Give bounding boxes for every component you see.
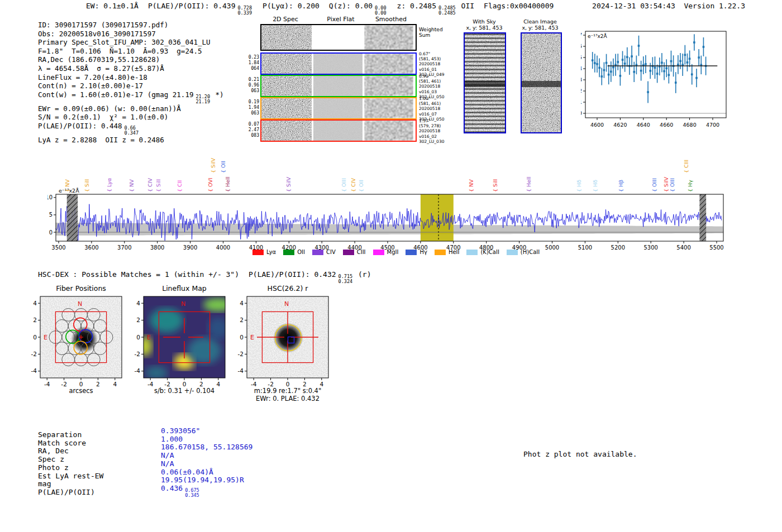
y-tick-label: 5 — [49, 212, 53, 218]
y-tick-label: -2 — [238, 351, 244, 357]
x-tick-label: 5000 — [545, 245, 559, 251]
match-row-value: 0.4360.6750.345 — [161, 485, 262, 498]
x-tick-label: 4 — [113, 381, 117, 387]
fiber-row-left-labels: 0.231.84064 — [247, 55, 259, 71]
data-point — [608, 74, 610, 76]
y-tick-label: 0 — [33, 334, 37, 341]
cutout-caption: EWr: 0. PLAE: 0.432 — [256, 395, 320, 402]
legend-swatch — [507, 250, 518, 255]
hsc-header-stat: HSC-DEX : Possible Matches = 1 (within +… — [38, 270, 239, 279]
data-point — [598, 67, 600, 69]
fiber-metric: 0.19 — [247, 99, 259, 105]
x-tick-label: 4000 — [216, 245, 230, 251]
x-tick-label: 5500 — [709, 245, 723, 251]
legend-item: CIV — [312, 249, 336, 255]
emission-line-label: { SiII — [492, 179, 498, 192]
y-axis-label: e⁻¹⁷x2Å — [588, 33, 608, 39]
data-point — [605, 62, 608, 64]
full-spectrum-plot: 0510350036003700380039004000410042004300… — [47, 146, 735, 258]
hsc-header-stat: P(LAE)/P(OII): 0.4320.7150.324 (r) — [249, 270, 371, 279]
lineflux-blob — [145, 366, 168, 380]
emission-line-label: { OVI — [207, 178, 213, 192]
with-sky-title: With Skyx, y: 581, 453 — [461, 18, 507, 31]
x-tick-label: 4680 — [683, 122, 697, 128]
x-tick-label: 4 — [216, 381, 220, 387]
text-segment: F=1.8" T=0.106 N̄=1.10 Ā=0.93 g=24.5 — [38, 47, 202, 55]
with-sky-panel — [464, 32, 506, 133]
compass-north-label: N — [78, 300, 82, 308]
observation-info-block: ID: 3090171597 (3090171597.pdf)Obs: 2020… — [38, 21, 233, 145]
y-tick-label: 2 — [136, 317, 140, 323]
clean-image-title: Clean Imagex, y: 581, 453 — [517, 18, 563, 31]
fraction-bottom: 0.2485 — [438, 11, 456, 16]
stacked-fraction: 0.6750.345 — [185, 488, 199, 498]
spec2d-image-seg — [313, 121, 363, 141]
legend-item: (H)CaII — [507, 249, 540, 255]
data-point — [665, 67, 667, 69]
match-row-label: Photo z — [38, 464, 103, 472]
text-segment: EWr = 0.09(±0.06) (w: 0.00(±nan))Å — [38, 104, 181, 113]
data-point — [594, 62, 596, 64]
spec2d-image-seg — [261, 121, 312, 141]
fiber-row — [260, 52, 417, 75]
data-point — [647, 91, 649, 93]
compass-east-label: E — [44, 334, 47, 341]
fiber-row-left-labels: 0.072.47083 — [247, 122, 259, 138]
compass-east-label: E — [147, 334, 151, 341]
data-point — [592, 59, 594, 61]
info-line: P(LAE)/P(OII): 0.4480.660.347 — [38, 122, 233, 136]
emission-line-label: { Hδ — [576, 180, 582, 192]
text-segment: RA,Dec (186.670319,55.128628) — [38, 55, 160, 64]
emission-line-label: { Hδ — [592, 180, 598, 192]
stacked-fraction: 0.7280.339 — [237, 6, 252, 16]
fraction-bottom: 0.00 — [375, 11, 386, 16]
emission-line-label: { SiIV — [210, 157, 216, 173]
data-point — [617, 61, 619, 63]
stacked-fraction: 0.7150.324 — [338, 274, 353, 284]
info-line: Cont(n) = 2.10(±0.00)e-17 — [38, 82, 233, 90]
cutout-image — [139, 296, 232, 380]
spec2d-image-seg — [313, 76, 363, 96]
fiber-metric: 063 — [247, 88, 259, 94]
match-table-values: 0.393056"1.000186.670158, 55.128569N/AN/… — [161, 427, 262, 498]
fiber-id-line: 1.57" — [419, 118, 469, 123]
x-tick-label: 3600 — [84, 245, 98, 251]
info-line: RA,Dec (186.670319,55.128628) — [38, 55, 233, 64]
data-point — [695, 77, 698, 79]
emission-line-label: { OII — [220, 161, 226, 173]
y-tick-label: -2 — [31, 351, 37, 357]
spec2d-panel: 2D Spec Pixel Flat Smoothed Weighted Sum… — [248, 16, 483, 147]
legend-item: Lyα — [252, 249, 276, 255]
match-value-segment: 186.670158, 55.128569 — [161, 443, 252, 451]
y-tick-label: 1 — [581, 99, 582, 105]
emission-line-label: { OIII — [341, 178, 347, 192]
clean-darkline-overlay — [522, 81, 561, 87]
stacked-fraction: 0.24850.2485 — [438, 6, 456, 16]
info-line: Cont(w) = 1.60(±0.01)e-17 (gmag 21.1921.… — [38, 90, 233, 104]
data-point — [693, 41, 695, 44]
fiber-id-line: v016_07 — [419, 112, 469, 117]
match-row-label: Match score — [38, 439, 103, 448]
emission-line-label: { NV — [468, 179, 474, 192]
data-point — [640, 70, 642, 72]
data-point — [610, 71, 612, 73]
compass-north-label: N — [284, 300, 289, 308]
text-segment: P(LAE)/P(OII): 0.4480.660.347 — [38, 122, 140, 130]
data-point — [668, 74, 670, 76]
masked-band — [699, 194, 706, 241]
legend-label: MgII — [387, 249, 399, 255]
legend-label: Lyα — [266, 249, 276, 255]
fiber-metric: 0.96 — [247, 83, 259, 88]
spec2d-image-seg — [364, 98, 413, 118]
match-row-label: RA, Dec — [38, 447, 103, 456]
spec2d-image-seg — [364, 54, 413, 74]
emission-line-label: { CII — [177, 180, 183, 192]
match-row-label: Separation — [38, 431, 103, 439]
fiber-id-line: 302_LU_030 — [419, 139, 469, 144]
fiber-id-line: 0.90" — [419, 74, 469, 79]
y-tick-label: 7 — [581, 32, 582, 38]
text-segment: Cont(n) = 2.10(±0.00)e-17 — [38, 82, 143, 90]
x-tick-label: 3500 — [51, 245, 65, 251]
info-line: EWr = 0.09(±0.06) (w: 0.00(±nan))Å — [38, 104, 233, 113]
emission-line-label: { OIII — [669, 178, 675, 192]
